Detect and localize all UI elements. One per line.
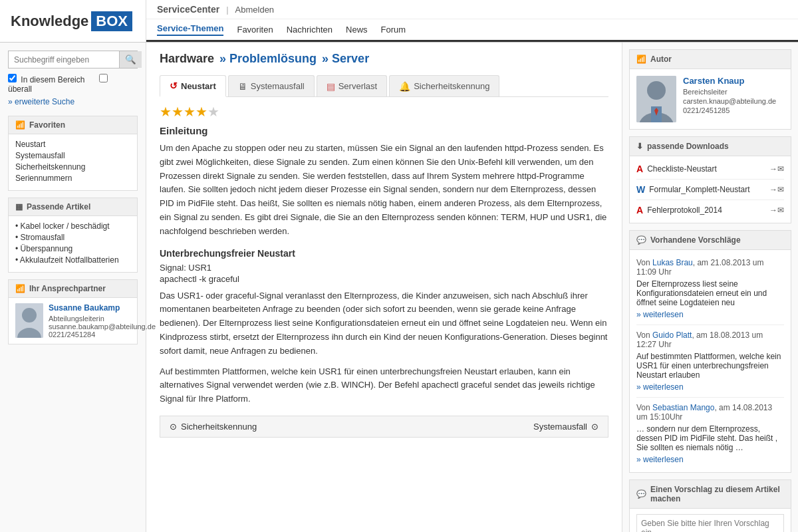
abmelden-link[interactable]: Abmelden (235, 5, 275, 15)
proposal-panel-title: Einen Vorschlag zu diesem Artikel machen (650, 485, 784, 503)
search-input[interactable] (9, 52, 119, 68)
article-section1-body1: Das USR1- oder graceful-Signal veranlass… (160, 289, 608, 358)
fav-item-4[interactable]: Seriennummern (15, 174, 130, 183)
download-arrow-2: →✉ (769, 185, 784, 194)
nav-favoriten[interactable]: Favoriten (237, 25, 273, 35)
suggestion-text-3: … sondern nur dem Elternprozess, dessen … (636, 424, 784, 452)
related-item-1: • Kabel locker / beschädigt (15, 221, 130, 231)
star-5: ★ (207, 104, 219, 119)
logo-knowledge: Knowledge (11, 13, 88, 30)
article-section1-title: Unterbrechungsfreier Neustart (160, 248, 608, 259)
suggestion-more-2[interactable]: » weiterlesen (636, 382, 684, 392)
nav-news[interactable]: News (346, 25, 368, 35)
related-icon: ▦ (15, 202, 23, 211)
download-item-1[interactable]: A Checkliste-Neustart →✉ (636, 159, 784, 180)
tab-neustart-label: Neustart (181, 81, 216, 91)
author-panel: 📶 Autor (629, 49, 791, 130)
tab-neustart-icon: ↺ (170, 80, 178, 91)
bottom-nav-prev[interactable]: ⊙ Sicherheitskennung (170, 422, 257, 432)
rating-stars[interactable]: ★★★★★ (160, 104, 608, 120)
related-item-4: • Akkulaufzeit Notfallbatterien (15, 255, 130, 265)
breadcrumb: Hardware » Problemlösung » Server (160, 52, 608, 66)
suggestion-more-1[interactable]: » weiterlesen (636, 310, 684, 319)
suggestion-author-3[interactable]: Sebastian Mango (652, 403, 714, 412)
download-name-2: Formular_Komplett-Neustart (649, 185, 749, 194)
author-icon: 📶 (636, 55, 646, 64)
tab-systemausfall[interactable]: 🖥 Systemausfall (228, 75, 315, 96)
contact-role: Abteilungsleiterin (49, 315, 156, 323)
search-button[interactable]: 🔍 (119, 51, 142, 68)
download-arrow-1: →✉ (769, 164, 784, 174)
bottom-nav-next[interactable]: Systemausfall ⊙ (533, 422, 598, 432)
nav-nachrichten[interactable]: Nachrichten (287, 25, 332, 35)
suggestion-more-3[interactable]: » weiterlesen (636, 455, 684, 464)
svg-point-4 (647, 81, 666, 100)
download-icon-1: A (636, 164, 643, 174)
downloads-panel-title: passende Downloads (647, 142, 729, 151)
prev-label: Sicherheitskennung (181, 422, 257, 432)
suggestion-item-1: Von Lukas Brau, am 21.08.2013 um 11:09 U… (636, 253, 784, 325)
bottom-nav: ⊙ Sicherheitskennung Systemausfall ⊙ (160, 416, 608, 438)
proposal-panel-header: 💬 Einen Vorschlag zu diesem Artikel mach… (630, 480, 791, 509)
nav-forum[interactable]: Forum (381, 25, 406, 35)
tab-neustart[interactable]: ↺ Neustart (160, 75, 226, 97)
downloads-icon: ⬇ (636, 142, 643, 151)
related-item-3: • Überspannung (15, 244, 130, 253)
proposal-textarea[interactable] (636, 514, 784, 532)
contact-phone: 0221/2451284 (49, 331, 156, 338)
contact-avatar (15, 303, 43, 338)
suggestion-author-1[interactable]: Lukas Brau (652, 258, 693, 267)
tab-serverlast[interactable]: ▤ Serverlast (317, 75, 388, 96)
favorites-title: Favoriten (29, 120, 65, 130)
related-title: Passende Artikel (27, 202, 90, 211)
fav-item-1[interactable]: Neustart (15, 140, 130, 149)
downloads-panel: ⬇ passende Downloads A Checkliste-Neusta… (629, 136, 791, 223)
tab-serverlast-label: Serverlast (338, 81, 378, 91)
proposal-panel: 💬 Einen Vorschlag zu diesem Artikel mach… (629, 479, 791, 532)
next-label: Systemausfall (533, 422, 587, 432)
tab-sicherheitskennung[interactable]: 🔔 Sicherheitskennung (389, 75, 499, 96)
nav-service-themen[interactable]: Service-Themen (157, 23, 223, 36)
contact-icon: 📶 (15, 284, 25, 293)
proposal-icon: 💬 (636, 489, 646, 499)
tabs-container: ↺ Neustart 🖥 Systemausfall ▤ Serverlast … (160, 75, 608, 97)
suggestion-text-1: Der Elternprozess liest seine Konfigurat… (636, 279, 784, 307)
star-2: ★ (172, 104, 184, 119)
tab-sicherheitskennung-label: Sicherheitskennung (414, 81, 489, 91)
fav-item-3[interactable]: Sicherheitskennung (15, 162, 130, 172)
download-item-3[interactable]: A Fehlerprotokoll_2014 →✉ (636, 200, 784, 220)
suggestion-text-2: Auf bestimmten Plattformen, welche kein … (636, 352, 784, 380)
article-section1-body2: Auf bestimmten Plattformen, welche kein … (160, 365, 608, 406)
tab-sicherheitskennung-icon: 🔔 (399, 81, 410, 92)
author-phone: 0221/2451285 (683, 106, 776, 114)
advanced-search-link[interactable]: » erweiterte Suche (8, 97, 74, 106)
author-name[interactable]: Carsten Knaup (683, 76, 776, 86)
download-arrow-3: →✉ (769, 205, 784, 215)
tab-serverlast-icon: ▤ (327, 81, 335, 92)
favorites-icon: 📶 (15, 120, 25, 130)
author-panel-header: 📶 Autor (630, 50, 791, 69)
tab-systemausfall-icon: 🖥 (238, 81, 247, 92)
search-in-area-checkbox[interactable]: In diesem Bereich (8, 75, 84, 84)
breadcrumb-part1: Hardware (160, 52, 214, 66)
contact-name[interactable]: Susanne Baukamp (49, 303, 156, 313)
suggestions-panel: 💬 Vorhandene Vorschläge Von Lukas Brau, … (629, 230, 791, 473)
article-signal: Signal: USR1 (160, 263, 608, 273)
download-name-1: Checkliste-Neustart (647, 164, 717, 174)
suggestion-author-2[interactable]: Guido Platt (652, 331, 692, 340)
separator: | (226, 5, 228, 15)
contact-title: Ihr Ansprechpartner (29, 284, 106, 293)
suggestions-icon: 💬 (636, 235, 646, 245)
service-center-label: ServiceCenter (157, 4, 219, 15)
suggestion-item-2: Von Guido Platt, am 18.08.2013 um 12:27 … (636, 325, 784, 398)
author-role: Bereichsleiter (683, 88, 776, 96)
suggestions-panel-title: Vorhandene Vorschläge (650, 235, 741, 245)
author-avatar (636, 76, 676, 122)
contact-email: susanne.baukamp@abteilung.de (49, 323, 156, 331)
download-item-2[interactable]: W Formular_Komplett-Neustart →✉ (636, 180, 784, 200)
related-item-2: • Stromausfall (15, 233, 130, 242)
svg-point-1 (22, 308, 37, 323)
fav-item-2[interactable]: Systemausfall (15, 151, 130, 160)
suggestions-panel-header: 💬 Vorhandene Vorschläge (630, 231, 791, 250)
download-icon-2: W (636, 184, 645, 195)
